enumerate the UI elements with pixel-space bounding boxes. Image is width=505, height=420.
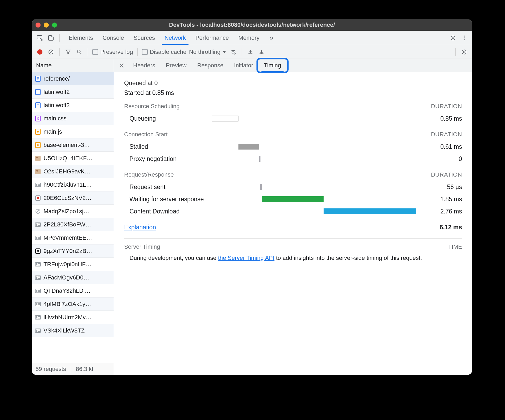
timing-value: 56 µs [420, 183, 462, 191]
timing-bar [324, 208, 416, 214]
request-row[interactable]: QTDnaY32hLDi… [32, 284, 114, 298]
request-row[interactable]: 20E6CLcSzNV2… [32, 191, 114, 205]
clear-button[interactable] [47, 48, 55, 56]
record-button[interactable] [36, 48, 44, 56]
timing-label: Queueing [124, 115, 209, 122]
timing-bar [259, 156, 260, 162]
svg-line-8 [49, 50, 53, 54]
throttling-value: No throttling [189, 49, 221, 55]
server-timing-api-link[interactable]: the Server Timing API [218, 255, 275, 261]
svg-rect-26 [35, 156, 41, 161]
filter-icon[interactable] [64, 48, 72, 56]
svg-point-4 [464, 36, 465, 37]
search-icon[interactable] [75, 48, 84, 56]
zoom-window-button[interactable] [52, 23, 57, 28]
network-conditions-icon[interactable] [229, 48, 237, 56]
sidebar-column-header[interactable]: Name [32, 59, 114, 72]
detail-tab-headers[interactable]: Headers [128, 59, 160, 72]
request-row[interactable]: base-element-3… [32, 138, 114, 152]
divider [455, 48, 456, 56]
request-row[interactable]: TRFujw0pi0nHF… [32, 258, 114, 271]
request-sidebar: Name reference/Tlatin.woff2Tlatin.woff2m… [32, 59, 114, 375]
tab-elements[interactable]: Elements [64, 31, 98, 45]
svg-rect-39 [36, 224, 37, 226]
svg-rect-71 [38, 331, 40, 332]
duration-column-label: DURATION [431, 171, 462, 178]
svg-point-12 [463, 51, 465, 53]
sidebar-footer: 59 requests 86.3 kI [32, 363, 114, 375]
close-window-button[interactable] [36, 23, 41, 28]
svg-text:T: T [37, 104, 39, 107]
settings-file-icon [35, 248, 41, 254]
font-icon: T [35, 102, 41, 108]
detail-tab-preview[interactable]: Preview [160, 59, 192, 72]
throttling-select[interactable]: No throttling [189, 49, 227, 55]
detail-tab-timing[interactable]: Timing [259, 59, 286, 72]
svg-rect-63 [38, 304, 40, 305]
divider [137, 48, 138, 56]
upload-har-icon[interactable] [246, 48, 255, 56]
svg-rect-40 [38, 224, 40, 224]
request-row[interactable]: AFacMOgv6D0… [32, 271, 114, 284]
device-toolbar-icon[interactable] [47, 34, 55, 42]
request-row[interactable]: U5OHzQL4tEKF… [32, 152, 114, 165]
kebab-menu-icon[interactable] [460, 34, 468, 42]
tabs-overflow-button[interactable]: » [267, 31, 276, 45]
svg-rect-44 [38, 237, 40, 238]
request-row[interactable]: 2P2L80XfBoFW… [32, 218, 114, 231]
explanation-link[interactable]: Explanation [124, 224, 156, 231]
tab-console[interactable]: Console [98, 31, 129, 45]
body-split: Name reference/Tlatin.woff2Tlatin.woff2m… [32, 59, 472, 375]
disable-cache-checkbox[interactable]: Disable cache [142, 49, 186, 55]
close-detail-button[interactable] [117, 61, 126, 70]
request-row[interactable]: 9gzXiTYY0nZzB… [32, 244, 114, 258]
timing-panel: Queued at 0 Started at 0.85 ms Resource … [114, 72, 472, 375]
request-row[interactable]: MPcVmmemtEE… [32, 231, 114, 244]
media-icon [35, 288, 41, 294]
download-har-icon[interactable] [257, 48, 266, 56]
settings-gear-icon[interactable] [449, 34, 457, 42]
request-row[interactable]: Tlatin.woff2 [32, 99, 114, 112]
svg-rect-28 [35, 169, 41, 174]
tab-sources[interactable]: Sources [129, 31, 160, 45]
font-icon: T [35, 89, 41, 95]
network-settings-gear-icon[interactable] [460, 48, 468, 56]
request-list[interactable]: reference/Tlatin.woff2Tlatin.woff2main.c… [32, 72, 114, 363]
titlebar: DevTools - localhost:8080/docs/devtools/… [32, 19, 472, 31]
media-icon [35, 261, 41, 267]
svg-rect-66 [38, 316, 40, 317]
preserve-log-checkbox[interactable]: Preserve log [92, 49, 133, 55]
devtools-window: DevTools - localhost:8080/docs/devtools/… [32, 19, 472, 375]
request-name: O2sIJEHG9avK… [43, 168, 90, 175]
request-name: QTDnaY32hLDi… [43, 287, 90, 294]
request-row[interactable]: 4pIMBj7zOAk1y… [32, 298, 114, 311]
inspect-element-icon[interactable] [36, 34, 44, 42]
request-row[interactable]: VSk4XiLkW8TZ [32, 324, 114, 337]
tab-network[interactable]: Network [160, 31, 191, 45]
request-row[interactable]: lHvzbNUlrm2Mv… [32, 311, 114, 324]
request-row[interactable]: main.js [32, 125, 114, 138]
tab-performance[interactable]: Performance [191, 31, 234, 45]
request-row[interactable]: O2sIJEHG9avK… [32, 165, 114, 178]
request-row[interactable]: Tlatin.woff2 [32, 85, 114, 99]
request-name: MadqZslZpo1sj… [43, 208, 89, 215]
minimize-window-button[interactable] [44, 23, 49, 28]
request-row[interactable]: reference/ [32, 72, 114, 85]
timing-label: Waiting for server response [124, 196, 209, 203]
svg-rect-62 [38, 303, 40, 304]
chevron-down-icon [223, 51, 226, 53]
media-icon [35, 328, 41, 334]
request-row[interactable]: main.css [32, 112, 114, 125]
detail-tab-response[interactable]: Response [192, 59, 229, 72]
timing-bar [238, 144, 259, 150]
detail-tabs: HeadersPreviewResponseInitiatorTiming [114, 59, 472, 72]
document-icon [35, 76, 41, 82]
svg-rect-33 [38, 185, 40, 186]
tab-memory[interactable]: Memory [234, 31, 264, 45]
svg-rect-59 [38, 291, 40, 292]
request-row[interactable]: h90CtfziXluvh1L… [32, 178, 114, 191]
svg-rect-31 [36, 184, 37, 186]
detail-tab-initiator[interactable]: Initiator [229, 59, 258, 72]
request-row[interactable]: MadqZslZpo1sj… [32, 205, 114, 218]
request-name: reference/ [43, 75, 70, 82]
